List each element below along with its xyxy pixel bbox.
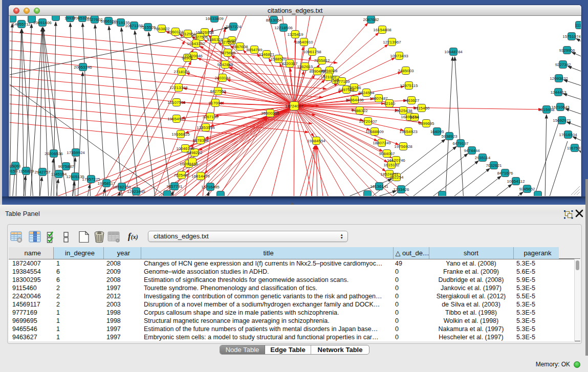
svg-text:7485003: 7485003 — [398, 69, 414, 73]
svg-text:2867608: 2867608 — [232, 45, 248, 49]
svg-text:1733426: 1733426 — [393, 187, 409, 192]
svg-text:8813054: 8813054 — [266, 18, 282, 23]
svg-text:12213363: 12213363 — [169, 85, 188, 90]
svg-text:164095: 164095 — [430, 129, 444, 134]
svg-text:20206536: 20206536 — [45, 151, 63, 156]
svg-text:1145194: 1145194 — [51, 172, 67, 177]
svg-text:5498222: 5498222 — [186, 150, 203, 155]
svg-text:9245652: 9245652 — [519, 187, 535, 191]
svg-text:15692971: 15692971 — [553, 118, 571, 123]
svg-text:2935114: 2935114 — [474, 156, 490, 160]
svg-text:252254: 252254 — [389, 175, 403, 180]
svg-text:85061: 85061 — [10, 164, 21, 168]
svg-text:16136141: 16136141 — [370, 184, 388, 189]
svg-text:1362615: 1362615 — [297, 64, 313, 69]
svg-text:12218506: 12218506 — [274, 26, 293, 30]
svg-text:19384554: 19384554 — [307, 139, 325, 143]
svg-text:9644: 9644 — [410, 115, 419, 120]
svg-text:18807249: 18807249 — [373, 141, 391, 145]
svg-text:16120746: 16120746 — [387, 158, 405, 163]
svg-text:19654923: 19654923 — [399, 129, 418, 134]
svg-text:13353594: 13353594 — [197, 125, 215, 130]
svg-text:10807487: 10807487 — [369, 96, 388, 101]
svg-text:2803144: 2803144 — [214, 76, 231, 80]
svg-text:16543362: 16543362 — [187, 41, 205, 46]
svg-text:5875685: 5875685 — [220, 51, 236, 55]
svg-text:20053346: 20053346 — [74, 65, 92, 70]
svg-text:9857791: 9857791 — [166, 184, 183, 189]
svg-text:9474444: 9474444 — [464, 148, 480, 153]
svg-text:10961758: 10961758 — [303, 50, 321, 54]
svg-text:17359924: 17359924 — [67, 150, 85, 155]
svg-text:20364436: 20364436 — [345, 98, 364, 102]
svg-text:1588520: 1588520 — [270, 57, 287, 61]
svg-text:15716485: 15716485 — [201, 185, 220, 189]
svg-text:18640910: 18640910 — [295, 40, 313, 45]
svg-text:1117: 1117 — [575, 23, 580, 28]
svg-text:19166825: 19166825 — [171, 132, 190, 137]
svg-text:7625402: 7625402 — [173, 173, 190, 178]
svg-text:17016504: 17016504 — [559, 133, 577, 137]
svg-text:6479197: 6479197 — [452, 141, 469, 146]
svg-text:3624554: 3624554 — [358, 91, 375, 95]
svg-text:8220317: 8220317 — [281, 61, 298, 66]
svg-text:9227342: 9227342 — [555, 62, 571, 67]
svg-text:10648784: 10648784 — [444, 50, 463, 54]
svg-text:9777169: 9777169 — [334, 79, 350, 84]
svg-text:1615132: 1615132 — [383, 163, 400, 167]
svg-text:12923445: 12923445 — [127, 189, 145, 194]
svg-text:9329966: 9329966 — [559, 48, 575, 53]
svg-text:5938923: 5938923 — [441, 134, 458, 139]
svg-text:12093832: 12093832 — [550, 76, 568, 81]
svg-text:12975115: 12975115 — [400, 83, 418, 88]
svg-text:9327506: 9327506 — [192, 35, 208, 39]
svg-text:62160: 62160 — [383, 101, 395, 106]
svg-text:25300255: 25300255 — [261, 111, 279, 116]
svg-text:16033809: 16033809 — [205, 16, 224, 21]
svg-text:10973493: 10973493 — [390, 54, 408, 58]
svg-text:817006: 817006 — [208, 101, 222, 105]
svg-text:8427552: 8427552 — [210, 89, 226, 94]
svg-text:15720407: 15720407 — [359, 119, 377, 124]
svg-text:98901: 98901 — [181, 56, 193, 60]
svg-text:10025438: 10025438 — [394, 108, 412, 113]
svg-text:16210643: 16210643 — [551, 105, 570, 110]
svg-text:7632621: 7632621 — [486, 163, 502, 168]
svg-text:16154808: 16154808 — [373, 28, 391, 32]
svg-text:6794028: 6794028 — [321, 69, 338, 73]
svg-text:7955812: 7955812 — [314, 58, 330, 63]
svg-text:8878334: 8878334 — [192, 138, 209, 143]
svg-text:546: 546 — [228, 38, 235, 43]
svg-text:8471676: 8471676 — [497, 171, 513, 176]
svg-text:20691406: 20691406 — [33, 20, 52, 25]
svg-text:9146821: 9146821 — [258, 52, 275, 57]
svg-text:16099489: 16099489 — [180, 162, 198, 166]
svg-text:9084067: 9084067 — [379, 151, 395, 156]
svg-text:2942757: 2942757 — [34, 170, 51, 174]
svg-text:15751074: 15751074 — [562, 34, 581, 39]
svg-text:19654923: 19654923 — [167, 117, 186, 121]
svg-text:1244413: 1244413 — [550, 90, 567, 95]
svg-text:2087682: 2087682 — [363, 17, 379, 22]
svg-text:1156829: 1156829 — [18, 169, 34, 173]
svg-text:9975887: 9975887 — [58, 164, 74, 169]
svg-text:14055712: 14055712 — [12, 22, 31, 27]
svg-text:7986322: 7986322 — [352, 108, 368, 113]
svg-text:39159: 39159 — [10, 169, 18, 173]
svg-text:3267130: 3267130 — [202, 115, 219, 119]
svg-text:9115460: 9115460 — [413, 106, 429, 111]
svg-text:9463627: 9463627 — [403, 98, 420, 103]
svg-text:10654112: 10654112 — [507, 179, 525, 184]
svg-text:12213967: 12213967 — [383, 40, 401, 45]
svg-text:10688609: 10688609 — [365, 129, 384, 134]
svg-text:19756928: 19756928 — [394, 144, 412, 149]
svg-text:9899695: 9899695 — [418, 121, 434, 126]
svg-text:16107554: 16107554 — [167, 100, 186, 105]
svg-text:1325419: 1325419 — [287, 32, 303, 37]
svg-text:16914479: 16914479 — [191, 174, 210, 179]
svg-text:2718126: 2718126 — [173, 70, 190, 74]
svg-text:9242848: 9242848 — [217, 62, 233, 67]
svg-text:16782759: 16782759 — [113, 185, 131, 189]
svg-text:6497568: 6497568 — [338, 87, 355, 92]
svg-text:8854749: 8854749 — [246, 48, 263, 52]
